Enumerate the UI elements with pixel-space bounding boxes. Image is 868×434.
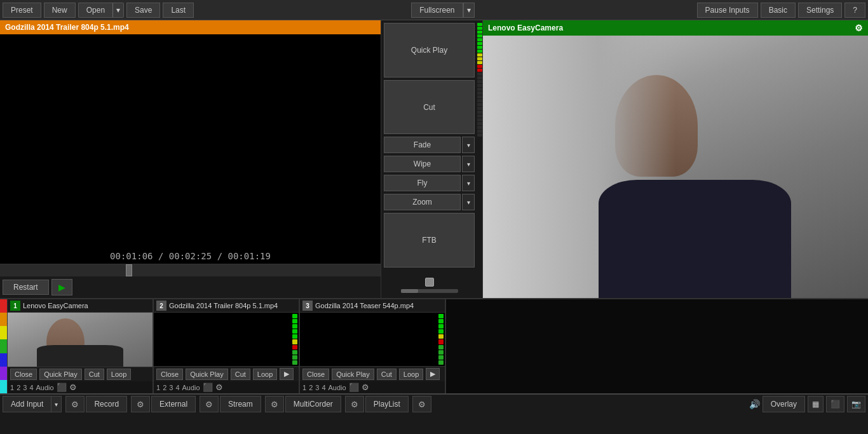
source-1-num: 1 (10, 301, 20, 311)
fade-button[interactable]: Fade (384, 137, 461, 153)
source-2-n2[interactable]: 2 (163, 384, 166, 391)
record-button[interactable]: Record (86, 396, 127, 412)
external-button[interactable]: External (151, 396, 196, 412)
source-2-gear-btn[interactable]: ⚙ (215, 383, 223, 392)
source-3-preview (300, 313, 445, 366)
last-button[interactable]: Last (163, 3, 194, 18)
multicorder-gear[interactable]: ⚙ (345, 396, 364, 412)
source-2-cut-btn[interactable]: Cut (231, 369, 250, 380)
new-button[interactable]: New (44, 3, 76, 18)
record-gear[interactable]: ⚙ (131, 396, 150, 412)
source-1-n4[interactable]: 4 (29, 384, 33, 391)
source-1-cut-btn[interactable]: Cut (85, 369, 104, 380)
source-3-quick-play-btn[interactable]: Quick Play (332, 369, 374, 380)
play-button[interactable]: ▶ (51, 279, 72, 295)
camera-settings-icon[interactable]: ⚙ (855, 23, 863, 33)
source-3-n4[interactable]: 4 (322, 384, 325, 391)
color-blue (0, 353, 7, 367)
source-1-n3[interactable]: 3 (23, 384, 27, 391)
add-input-gear[interactable]: ⚙ (65, 396, 85, 412)
source-2-n1[interactable]: 1 (156, 384, 160, 391)
fullscreen-button[interactable]: Fullscreen (411, 3, 463, 18)
cut-transition-button[interactable]: Cut (384, 80, 475, 135)
fly-button[interactable]: Fly (384, 175, 461, 191)
fullscreen-arrow-button[interactable]: ▾ (463, 3, 475, 18)
basic-button[interactable]: Basic (761, 3, 796, 18)
source-1-quick-play-btn[interactable]: Quick Play (39, 369, 82, 380)
source-2-loop-btn[interactable]: Loop (253, 369, 277, 380)
restart-button[interactable]: Restart (3, 280, 49, 295)
source-2-quick-play-btn[interactable]: Quick Play (186, 369, 228, 380)
playlist-button[interactable]: PlayList (365, 396, 409, 412)
source-2-n4[interactable]: 4 (175, 384, 179, 391)
wipe-arrow[interactable]: ▾ (462, 156, 475, 172)
add-input-arrow[interactable]: ▾ (51, 396, 62, 412)
help-button[interactable]: ? (844, 3, 865, 18)
source-1-gear-btn[interactable]: ⚙ (69, 383, 77, 392)
source-3-bottom: 1 2 3 4 Audio ⬛ ⚙ (300, 381, 445, 393)
screenshot-button[interactable]: 📷 (847, 396, 865, 412)
source-3-controls: Close Quick Play Cut Loop ▶ (300, 366, 445, 381)
preset-button[interactable]: Preset (3, 3, 41, 18)
source-3-gear-btn[interactable]: ⚙ (362, 383, 369, 392)
source-2-close-btn[interactable]: Close (156, 369, 183, 380)
add-input-button[interactable]: Add Input (3, 396, 51, 412)
preview-timeline[interactable]: // Can't use script here, will do inline… (0, 264, 381, 276)
wipe-button[interactable]: Wipe (384, 156, 461, 172)
source-3-n2[interactable]: 2 (309, 384, 313, 391)
grid-button[interactable]: ▦ (808, 396, 824, 412)
source-3-header: 3 Godzilla 2014 Teaser 544p.mp4 (300, 299, 445, 313)
color-cyan (0, 380, 7, 393)
source-1-close-btn[interactable]: Close (10, 369, 37, 380)
source-2-monitor-btn[interactable]: ⬛ (203, 383, 213, 392)
source-3-n3[interactable]: 3 (315, 384, 319, 391)
sources-empty-area (446, 299, 868, 393)
vol-slider-track[interactable] (401, 289, 458, 293)
settings-button[interactable]: Settings (798, 3, 842, 18)
timeline-playhead[interactable] (126, 264, 132, 276)
bottom-bar: Add Input ▾ ⚙ Record ⚙ External ⚙ Stream… (0, 393, 868, 414)
source-2-n3[interactable]: 3 (169, 384, 173, 391)
ftb-button[interactable]: FTB (384, 213, 475, 268)
source-3-loop-btn[interactable]: Loop (399, 369, 423, 380)
zoom-row: Zoom ▾ (384, 194, 475, 210)
stream-button[interactable]: Stream (220, 396, 261, 412)
vol-handle[interactable] (425, 278, 434, 287)
camera-title-text: Lenovo EasyCamera (488, 24, 563, 32)
fly-arrow[interactable]: ▾ (462, 175, 475, 191)
multicorder-button[interactable]: MultiCorder (285, 396, 341, 412)
source-3-n1[interactable]: 1 (302, 384, 306, 391)
color-red (0, 299, 7, 313)
color-green (0, 339, 7, 353)
zoom-button[interactable]: Zoom (384, 194, 461, 210)
source-3-num: 3 (302, 301, 313, 311)
zoom-arrow[interactable]: ▾ (462, 194, 475, 210)
source-1-monitor-btn[interactable]: ⬛ (57, 383, 67, 392)
source-3-cut-btn[interactable]: Cut (377, 369, 397, 380)
source-2-header: 2 Godzilla 2014 Trailer 804p 5.1.mp4 (154, 299, 299, 313)
source-2-advance-btn[interactable]: ▶ (280, 368, 294, 380)
monitor-button[interactable]: ⬛ (826, 396, 844, 412)
external-gear[interactable]: ⚙ (200, 396, 219, 412)
playlist-gear[interactable]: ⚙ (412, 396, 431, 412)
open-arrow-button[interactable]: ▾ (112, 3, 124, 18)
source-3-close-btn[interactable]: Close (302, 369, 329, 380)
transitions-panel: Quick Play Cut Fade ▾ Wipe ▾ Fly ▾ Zoom … (381, 20, 477, 298)
fullscreen-group: Fullscreen ▾ (411, 3, 474, 18)
source-3-video (300, 313, 445, 366)
stream-gear[interactable]: ⚙ (265, 396, 284, 412)
source-2-num: 2 (156, 301, 166, 311)
source-3-advance-btn[interactable]: ▶ (426, 368, 440, 380)
source-2-controls: Close Quick Play Cut Loop ▶ (154, 366, 299, 381)
save-button[interactable]: Save (126, 3, 160, 18)
source-1-n2[interactable]: 2 (17, 384, 20, 391)
overlay-button[interactable]: Overlay (763, 396, 805, 412)
open-button[interactable]: Open (78, 3, 112, 18)
source-3-monitor-btn[interactable]: ⬛ (349, 383, 359, 392)
source-1-loop-btn[interactable]: Loop (107, 369, 131, 380)
top-right-buttons: Pause Inputs Basic Settings ? (697, 3, 865, 18)
quick-play-transition-button[interactable]: Quick Play (384, 23, 475, 78)
fade-arrow[interactable]: ▾ (462, 137, 475, 153)
source-1-n1[interactable]: 1 (10, 384, 14, 391)
pause-inputs-button[interactable]: Pause Inputs (697, 3, 758, 18)
